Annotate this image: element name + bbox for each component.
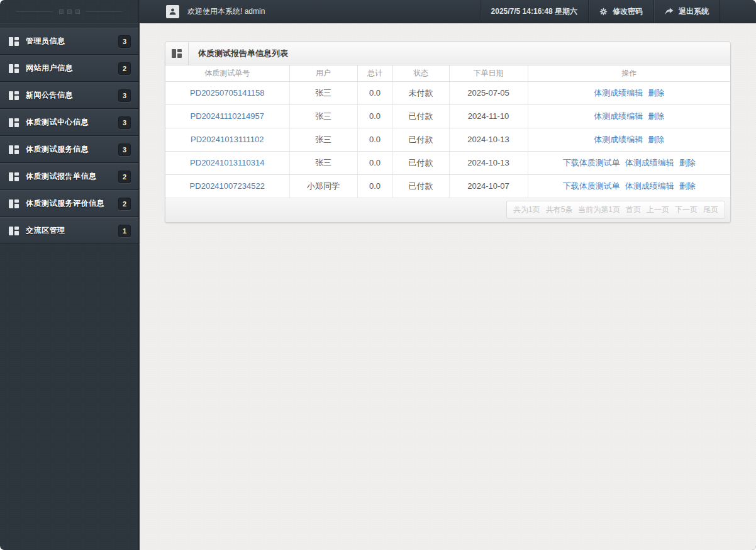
grid-icon — [9, 37, 19, 46]
count-badge: 3 — [118, 35, 131, 48]
forward-arrow-icon — [665, 8, 674, 15]
sidebar: 管理员信息3网站用户信息2新闻公告信息3体质测试中心信息3体质测试服务信息3体质… — [0, 0, 139, 550]
action-link[interactable]: 删除 — [648, 111, 664, 121]
order-number-link[interactable]: PD20241013111102 — [191, 135, 264, 144]
action-link[interactable]: 下载体质测试单 — [563, 158, 620, 167]
gear-icon — [599, 8, 608, 16]
action-link[interactable]: 体测成绩编辑 — [625, 181, 674, 191]
status-cell: 已付款 — [392, 104, 449, 128]
action-link[interactable]: 下载体质测试单 — [563, 181, 620, 191]
column-header: 状态 — [392, 65, 449, 81]
count-badge: 3 — [118, 143, 131, 156]
sidebar-item[interactable]: 体质测试服务评价信息2 — [0, 190, 138, 217]
user-cell: 张三 — [289, 104, 357, 128]
action-link[interactable]: 体测成绩编辑 — [594, 111, 643, 121]
panel-title: 体质测试报告单信息列表 — [198, 48, 288, 59]
change-password-button[interactable]: 修改密码 — [588, 0, 653, 23]
sidebar-item[interactable]: 网站用户信息2 — [0, 55, 138, 82]
top-header: 欢迎使用本系统! admin 2025/7/5 14:16:48 星期六 — [140, 0, 756, 23]
action-link[interactable]: 体测成绩编辑 — [625, 158, 674, 167]
header-welcome-area: 欢迎使用本系统! admin — [140, 0, 480, 23]
count-badge: 1 — [118, 225, 131, 237]
order-date-cell: 2025-07-05 — [449, 81, 528, 104]
actions-cell: 体测成绩编辑删除 — [528, 128, 730, 151]
user-cell: 张三 — [289, 151, 357, 174]
total-cell: 0.0 — [357, 81, 392, 104]
count-badge: 2 — [118, 198, 131, 210]
logout-button[interactable]: 退出系统 — [653, 0, 720, 23]
pagination: 共为1页共有5条当前为第1页首页上一页下一页尾页 — [506, 201, 725, 219]
grid-icon — [9, 227, 19, 235]
report-list-panel: 体质测试报告单信息列表 体质测试单号用户总计状态下单日期操作 PD2025070… — [165, 42, 731, 223]
pagination-link[interactable]: 首页 — [626, 205, 641, 215]
sidebar-item[interactable]: 体质测试中心信息3 — [0, 109, 138, 136]
order-date-cell: 2024-10-07 — [449, 174, 528, 198]
count-badge: 2 — [118, 171, 131, 183]
sidebar-collapse-handle[interactable] — [0, 0, 138, 23]
count-badge: 3 — [118, 89, 131, 102]
count-badge: 3 — [118, 116, 131, 129]
total-cell: 0.0 — [357, 128, 392, 151]
column-header: 操作 — [528, 65, 730, 81]
sidebar-item[interactable]: 交流区管理1 — [0, 217, 138, 244]
action-link[interactable]: 删除 — [648, 135, 664, 144]
order-number-link[interactable]: PD20250705141158 — [190, 88, 264, 98]
sidebar-item[interactable]: 体质测试服务信息3 — [0, 136, 138, 163]
table-row: PD20241013110314张三0.0已付款2024-10-13下载体质测试… — [165, 151, 730, 174]
pagination-info: 共为1页 — [513, 205, 540, 215]
sidebar-item-label: 体质测试中心信息 — [26, 117, 118, 128]
person-icon — [166, 5, 179, 18]
sidebar-item-label: 体质测试服务信息 — [26, 144, 118, 155]
actions-cell: 下载体质测试单体测成绩编辑删除 — [528, 151, 730, 174]
sidebar-menu: 管理员信息3网站用户信息2新闻公告信息3体质测试中心信息3体质测试服务信息3体质… — [0, 28, 138, 244]
grid-icon — [9, 172, 19, 181]
grid-icon — [9, 91, 19, 100]
grid-icon — [165, 42, 189, 65]
handle-line — [16, 11, 53, 12]
order-date-cell: 2024-10-13 — [449, 128, 528, 151]
column-header: 体质测试单号 — [165, 65, 289, 81]
status-cell: 未付款 — [392, 81, 449, 104]
sidebar-item-label: 交流区管理 — [26, 225, 118, 236]
action-link[interactable]: 体测成绩编辑 — [594, 135, 643, 144]
header-controls: 2025/7/5 14:16:48 星期六 — [480, 0, 720, 23]
handle-line — [86, 11, 123, 12]
action-link[interactable]: 删除 — [679, 181, 696, 191]
pagination-link[interactable]: 下一页 — [675, 205, 698, 215]
datetime-text: 2025/7/5 14:16:48 星期六 — [491, 6, 577, 17]
panel-footer: 共为1页共有5条当前为第1页首页上一页下一页尾页 — [165, 198, 730, 222]
status-cell: 已付款 — [392, 151, 449, 174]
sidebar-item[interactable]: 管理员信息3 — [0, 28, 138, 55]
sidebar-item[interactable]: 新闻公告信息3 — [0, 82, 138, 109]
status-cell: 已付款 — [392, 174, 449, 198]
count-badge: 2 — [118, 62, 131, 75]
grid-icon — [9, 199, 19, 208]
order-date-cell: 2024-10-13 — [449, 151, 528, 174]
order-number-link[interactable]: PD20241110214957 — [191, 111, 264, 121]
total-cell: 0.0 — [357, 104, 392, 128]
column-header: 总计 — [357, 65, 392, 81]
pagination-link[interactable]: 尾页 — [703, 205, 718, 215]
user-cell: 张三 — [289, 81, 357, 104]
action-link[interactable]: 删除 — [679, 158, 696, 167]
total-cell: 0.0 — [357, 151, 392, 174]
action-link[interactable]: 删除 — [648, 88, 664, 98]
app-frame: 管理员信息3网站用户信息2新闻公告信息3体质测试中心信息3体质测试服务信息3体质… — [0, 0, 756, 550]
order-date-cell: 2024-11-10 — [449, 104, 528, 128]
sidebar-item[interactable]: 体质测试报告单信息2 — [0, 163, 138, 190]
total-cell: 0.0 — [357, 174, 392, 198]
action-link[interactable]: 体测成绩编辑 — [594, 88, 643, 98]
order-number-link[interactable]: PD20241007234522 — [190, 181, 265, 191]
user-cell: 张三 — [289, 128, 357, 151]
change-password-label: 修改密码 — [613, 6, 643, 17]
table-row: PD20241013111102张三0.0已付款2024-10-13体测成绩编辑… — [165, 128, 730, 151]
order-number-link[interactable]: PD20241013110314 — [190, 158, 264, 167]
status-cell: 已付款 — [392, 128, 449, 151]
pagination-link[interactable]: 上一页 — [647, 205, 669, 215]
actions-cell: 体测成绩编辑删除 — [528, 104, 730, 128]
main-content: 体质测试报告单信息列表 体质测试单号用户总计状态下单日期操作 PD2025070… — [140, 23, 756, 550]
pagination-info: 当前为第1页 — [578, 205, 620, 215]
grid-icon — [9, 118, 19, 127]
three-squares-handle-icon — [59, 9, 80, 14]
report-table: 体质测试单号用户总计状态下单日期操作 PD20250705141158张三0.0… — [165, 65, 730, 198]
